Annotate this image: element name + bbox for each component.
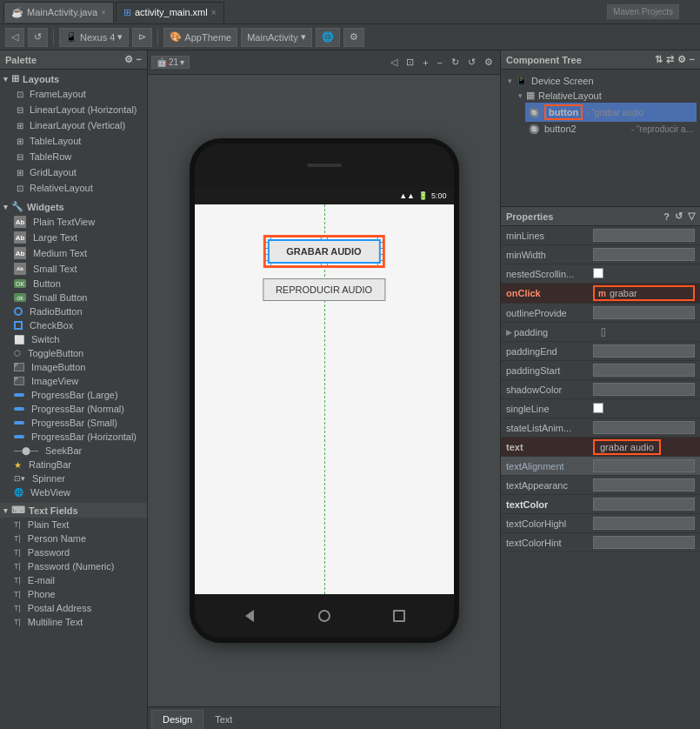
palette-item-framelayout[interactable]: ⊡FrameLayout xyxy=(0,86,147,102)
palette-item-togglebutton[interactable]: ⬡ToggleButton xyxy=(0,346,147,360)
palette-item-progressbar-large[interactable]: ProgressBar (Large) xyxy=(0,388,147,402)
home-nav-button[interactable] xyxy=(316,607,333,625)
comp-tree-filter-icon[interactable]: ⇄ xyxy=(666,54,674,65)
rotate-btn[interactable]: ↻ xyxy=(448,55,463,70)
props-help-icon[interactable]: ? xyxy=(663,211,670,222)
palette-item-mediumtext[interactable]: AbMedium Text xyxy=(0,245,147,261)
palette-item-smalltext[interactable]: AbSmall Text xyxy=(0,261,147,277)
prop-input-textcolor[interactable] xyxy=(593,498,695,511)
props-undo-icon[interactable]: ↺ xyxy=(675,211,683,222)
prop-input-minlines[interactable] xyxy=(593,229,695,242)
prop-value-paddingend[interactable] xyxy=(593,344,695,358)
prop-value-statelistanim[interactable] xyxy=(593,421,695,434)
palette-item-webview[interactable]: 🌐WebView xyxy=(0,485,147,499)
reproducir-audio-button[interactable]: REPRODUCIR AUDIO xyxy=(263,278,385,301)
palette-item-radiobutton[interactable]: RadioButton xyxy=(0,304,147,318)
text-fields-section-header[interactable]: ▾ ⌨ Text Fields xyxy=(0,503,147,518)
tab-design[interactable]: Design xyxy=(151,710,203,729)
palette-item-switch[interactable]: ⬜Switch xyxy=(0,332,147,346)
palette-minus-icon[interactable]: − xyxy=(137,54,142,65)
tree-item-device-screen[interactable]: ▾ 📱 Device Screen xyxy=(504,73,697,88)
prop-input-statelistanim[interactable] xyxy=(593,421,695,434)
prop-value-paddingstart[interactable] xyxy=(593,364,695,377)
widgets-section-header[interactable]: ▾ 🔧 Widgets xyxy=(0,199,147,214)
palette-item-spinner[interactable]: ⊡▾Spinner xyxy=(0,472,147,485)
nav-btn[interactable]: ⊳ xyxy=(132,28,152,47)
palette-item-linearlayout-h[interactable]: ⊟LinearLayout (Horizontal) xyxy=(0,102,147,117)
palette-item-linearlayout-v[interactable]: ⊞LinearLayout (Vertical) xyxy=(0,117,147,133)
palette-item-personname[interactable]: T|Person Name xyxy=(0,532,147,545)
zoom-out[interactable]: − xyxy=(434,56,446,70)
comp-tree-minus-icon[interactable]: − xyxy=(690,54,695,65)
palette-gear-icon[interactable]: ⚙ xyxy=(124,54,133,65)
prop-value-minlines[interactable] xyxy=(593,229,695,242)
grabar-button-wrapper[interactable]: GRABAR AUDIO xyxy=(267,239,380,264)
tree-item-relativelayout[interactable]: ▾ ▦ RelativeLayout xyxy=(515,88,697,103)
nexus-dropdown[interactable]: 📱 Nexus 4 ▾ xyxy=(59,28,129,47)
back-button[interactable]: ◁ xyxy=(5,28,24,47)
settings-canvas[interactable]: ⚙ xyxy=(481,55,497,70)
api-dropdown[interactable]: 🤖 21 ▾ xyxy=(151,56,190,69)
prop-checkbox-singleline[interactable] xyxy=(593,403,603,413)
palette-item-plaintextview[interactable]: AbPlain TextView xyxy=(0,214,147,230)
onclick-value-box[interactable]: m grabar xyxy=(593,285,695,301)
tab-main-activity[interactable]: ☕ MainActivity.java × xyxy=(3,2,114,23)
props-filter-icon[interactable]: ▽ xyxy=(688,211,695,222)
prop-value-textalignment[interactable] xyxy=(593,459,695,472)
comp-tree-gear-icon[interactable]: ⚙ xyxy=(677,54,686,65)
theme-dropdown[interactable]: 🎨 AppTheme xyxy=(163,28,237,47)
prop-input-paddingstart[interactable] xyxy=(593,364,695,377)
zoom-fit[interactable]: ⊡ xyxy=(403,55,417,70)
palette-item-imagebutton[interactable]: ImageButton xyxy=(0,360,147,374)
prop-input-paddingend[interactable] xyxy=(593,344,695,358)
zoom-prev[interactable]: ◁ xyxy=(387,55,401,70)
palette-item-button[interactable]: OKButton xyxy=(0,277,147,291)
palette-item-password-numeric[interactable]: T|Password (Numeric) xyxy=(0,559,147,573)
text-value-box[interactable]: grabar audio xyxy=(593,439,661,455)
zoom-in[interactable]: + xyxy=(419,56,431,70)
grabar-audio-button[interactable]: GRABAR AUDIO xyxy=(267,239,380,264)
palette-item-smallbutton[interactable]: okSmall Button xyxy=(0,291,147,304)
back-nav-button[interactable] xyxy=(241,607,258,625)
prop-input-shadowcolor[interactable] xyxy=(593,383,695,396)
palette-item-seekbar[interactable]: —⬤—SeekBar xyxy=(0,444,147,458)
palette-item-progressbar-h[interactable]: ProgressBar (Horizontal) xyxy=(0,430,147,444)
settings-btn[interactable]: ⚙ xyxy=(343,28,364,47)
palette-item-gridlayout[interactable]: ⊞GridLayout xyxy=(0,164,147,180)
palette-item-email[interactable]: T|E-mail xyxy=(0,573,147,587)
prop-value-textcolor[interactable] xyxy=(593,498,695,511)
tab-text[interactable]: Text xyxy=(203,710,243,729)
palette-item-tablelayout[interactable]: ⊞TableLayout xyxy=(0,133,147,149)
prop-value-textcolorhint[interactable] xyxy=(593,536,695,549)
tab-close-0[interactable]: × xyxy=(101,8,106,17)
recent-nav-button[interactable] xyxy=(390,607,408,625)
prop-input-outlineprovide[interactable] xyxy=(593,306,695,319)
prop-input-minwidth[interactable] xyxy=(593,248,695,261)
prop-checkbox-nestedscroll[interactable] xyxy=(593,268,603,278)
refresh-button[interactable]: ↺ xyxy=(28,28,48,47)
phone-screen[interactable]: GRABAR AUDIO REPRODUCIR AUDIO xyxy=(195,204,454,594)
prop-value-outlineprovide[interactable] xyxy=(593,306,695,319)
language-btn[interactable]: 🌐 xyxy=(316,28,340,47)
prop-input-textalignment[interactable] xyxy=(593,459,695,472)
palette-item-checkbox[interactable]: CheckBox xyxy=(0,318,147,332)
tab-close-1[interactable]: × xyxy=(211,8,217,17)
comp-tree-sort-icon[interactable]: ⇅ xyxy=(655,54,663,65)
tree-item-button1[interactable]: 🔘 button - "grabar audio xyxy=(525,103,697,122)
palette-item-postal[interactable]: T|Postal Address xyxy=(0,601,147,615)
palette-item-progressbar-normal[interactable]: ProgressBar (Normal) xyxy=(0,402,147,416)
refresh-canvas[interactable]: ↺ xyxy=(464,55,479,70)
prop-value-minwidth[interactable] xyxy=(593,248,695,261)
prop-input-textcolorhighl[interactable] xyxy=(593,517,695,530)
prop-input-textcolorhint[interactable] xyxy=(593,536,695,549)
palette-item-multiline[interactable]: T|Multiline Text xyxy=(0,615,147,629)
prop-input-textappearanc[interactable] xyxy=(593,478,695,492)
palette-item-imageview[interactable]: ImageView xyxy=(0,374,147,388)
palette-item-password[interactable]: T|Password xyxy=(0,545,147,559)
prop-value-textcolorhighl[interactable] xyxy=(593,517,695,530)
prop-expand-padding[interactable]: ▶ xyxy=(506,328,512,337)
prop-value-textappearanc[interactable] xyxy=(593,478,695,492)
activity-dropdown[interactable]: MainActivity ▾ xyxy=(241,28,312,47)
layouts-section-header[interactable]: ▾ ⊞ Layouts xyxy=(0,71,147,86)
maven-projects-btn[interactable]: Maven Projects xyxy=(607,4,679,19)
